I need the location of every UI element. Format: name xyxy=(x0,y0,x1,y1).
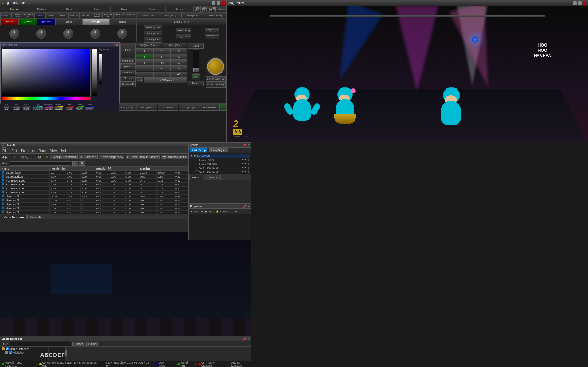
stage-maximize-btn[interactable] xyxy=(578,1,582,5)
store-btn[interactable]: Store (S) xyxy=(120,76,136,81)
move-btn[interactable]: Move (Ctrl M) xyxy=(117,104,136,111)
col-size[interactable]: Size [m] xyxy=(139,167,189,171)
toolbar-icon8[interactable]: ★ xyxy=(45,155,49,159)
assets-item2-eye[interactable]: 👁 xyxy=(241,162,244,165)
toolbar-forward[interactable]: ▶ xyxy=(5,155,8,159)
setup-button[interactable]: Setup (Ctrl) xyxy=(200,6,208,12)
align-button[interactable]: Align (Alt A) xyxy=(159,13,181,18)
normal1-btn[interactable]: Normal xyxy=(55,19,82,25)
copy-btn[interactable]: Copy (Ctrl C) xyxy=(176,34,192,39)
blind-button[interactable]: Blind (Alt P) xyxy=(102,13,114,18)
freeze-button[interactable]: Freeze (CA P) xyxy=(114,13,125,18)
menu-functions[interactable]: Functions xyxy=(20,149,35,152)
knob-5[interactable] xyxy=(117,29,127,39)
select-camera-btn[interactable]: ⊙ Select Default Camera xyxy=(126,155,160,159)
control-button[interactable]: Control xyxy=(166,6,193,12)
lock-icon[interactable]: 🔒 xyxy=(216,210,219,213)
highlight-unpatched-btn[interactable]: Highlight unpatched xyxy=(50,155,78,159)
toolbar-icon5[interactable]: ⊞ xyxy=(29,155,32,159)
assets-item2-gear[interactable]: ⚙ xyxy=(247,162,250,165)
color-button[interactable]: Color xyxy=(83,6,111,12)
preset-btn[interactable]: Preset (Alt P) xyxy=(176,28,192,33)
assets-item1-eye[interactable]: 👁 xyxy=(241,158,244,161)
special-button[interactable]: Special Dialogue xyxy=(91,13,102,18)
value-button[interactable]: Value xyxy=(34,13,46,18)
white-btn[interactable]: White xyxy=(82,19,109,25)
prev-button[interactable]: Prev (CA P) xyxy=(125,13,136,18)
normal2-btn[interactable]: Normal xyxy=(109,19,136,25)
beam-button[interactable]: Beam xyxy=(111,6,138,12)
col-rot[interactable]: Rotation [°] xyxy=(95,167,139,171)
matricks-button[interactable]: MAtricks xyxy=(80,13,91,18)
num3-btn[interactable]: 3 xyxy=(153,66,170,71)
menu-help[interactable]: Help xyxy=(60,149,69,152)
new-stage-view-btn[interactable]: + New Stage View xyxy=(99,155,125,159)
macro-btn[interactable]: Macro (Alt M) xyxy=(144,37,162,43)
next-arrow[interactable]: ▶ xyxy=(205,210,207,213)
mixcolor-button[interactable]: MixColor xyxy=(0,13,12,18)
assets-item1-star[interactable]: ★ xyxy=(244,158,247,161)
num0-btn[interactable]: 0 xyxy=(170,66,187,71)
at-btn[interactable]: AT xyxy=(170,72,187,77)
b-channel[interactable]: BNormal xyxy=(37,19,55,25)
raw-faders-btn[interactable]: Raw Faders xyxy=(120,70,136,75)
assets-item4-gear[interactable]: ⚙ xyxy=(247,170,250,173)
shortcut-button[interactable]: Shortcut (Ins) xyxy=(204,13,226,18)
toolbar-icon7[interactable]: ⊠ xyxy=(38,155,41,159)
toolbar-icon6[interactable]: ⊟ xyxy=(34,155,37,159)
num2-btn[interactable]: 2 xyxy=(136,66,153,71)
toolbar-icon1[interactable]: ⊙ xyxy=(12,155,15,159)
assets-close[interactable]: ✕ xyxy=(247,144,250,147)
assets-item1-gear[interactable]: ⚙ xyxy=(247,158,250,161)
media-close[interactable]: ✕ xyxy=(247,337,250,340)
stage-minimize-btn[interactable] xyxy=(573,1,577,5)
thru-btn[interactable]: Thru xyxy=(153,60,170,66)
r-channel[interactable]: RNormal xyxy=(0,19,19,25)
tree-checkbox-root[interactable] xyxy=(6,347,9,350)
assign-button[interactable]: Assign (Alt A) xyxy=(137,13,159,18)
minimize-button[interactable] xyxy=(212,1,215,5)
knob-2[interactable] xyxy=(36,29,46,39)
grand-fader-thumb[interactable] xyxy=(193,68,199,72)
media-grid-btn[interactable]: ⊟ Grid xyxy=(86,342,98,346)
tools-button[interactable]: Tools (Ctrl) xyxy=(194,6,200,12)
help-button[interactable]: Help (Alt H) xyxy=(182,13,204,18)
assets-stage-plane[interactable]: ▢ Stage Plane 👁 ★ ⚙ xyxy=(189,158,250,162)
tree-child[interactable]: Alphabet xyxy=(2,351,24,354)
menu-tools[interactable]: Tools xyxy=(38,149,47,152)
color-picker-close[interactable]: ✕ xyxy=(116,43,118,47)
assets-item4-eye[interactable]: 👁 xyxy=(241,170,244,173)
maximize-button[interactable] xyxy=(217,1,220,5)
assets-3d-objects[interactable]: ▼ ★ 3D Objects xyxy=(189,154,250,158)
executor-btn2[interactable]: Executor 16-30116-130 xyxy=(205,34,219,39)
clear-del-btn[interactable]: Clear (Del) xyxy=(162,43,187,48)
g-channel[interactable]: GNormal xyxy=(19,19,37,25)
tab-assets[interactable]: Assets xyxy=(189,175,203,180)
menu-view[interactable]: View xyxy=(49,149,58,152)
media-pin[interactable]: 📌 xyxy=(243,337,246,340)
assets-item3-star[interactable]: ★ xyxy=(244,166,247,169)
switch-book-btn[interactable]: Switch Book xyxy=(120,58,136,64)
cameras-visible-btn[interactable]: 📷 Cameras Visible xyxy=(161,155,188,159)
assets-robin2[interactable]: ▢ Robin 600 Spot 👁 ★ ⚙ xyxy=(189,170,250,174)
masters-button[interactable]: Masters xyxy=(217,6,226,12)
delay-button[interactable]: Delay xyxy=(57,13,68,18)
hue-bar[interactable] xyxy=(2,97,91,100)
tree-root[interactable]: Media Database xyxy=(2,347,30,350)
gobo-button[interactable]: Gobo xyxy=(55,6,83,12)
dot-btn[interactable]: . xyxy=(136,72,153,77)
media-scroll-thumb[interactable] xyxy=(65,350,67,356)
knob-4[interactable] xyxy=(90,29,100,39)
assets-item3-gear[interactable]: ⚙ xyxy=(247,166,250,169)
screen2-btn[interactable]: Screen 2 (CA F2) xyxy=(206,82,226,88)
toolbar-icon3[interactable]: ⊗ xyxy=(21,155,24,159)
if-btn[interactable]: if xyxy=(153,72,170,77)
tab-media-database[interactable]: Media Database xyxy=(1,215,27,219)
fade-button[interactable]: Fade xyxy=(46,13,57,18)
please-btn[interactable]: Please(Enter) xyxy=(144,77,187,83)
set-end[interactable]: Set (End) xyxy=(158,104,178,111)
num5-btn[interactable]: 5 xyxy=(170,54,187,60)
fullscreen-btn[interactable]: ⊞ Fullscreen xyxy=(79,155,98,159)
toolbar-icon2[interactable]: ⊕ xyxy=(17,155,20,159)
assets-item2-star[interactable]: ★ xyxy=(244,162,247,165)
